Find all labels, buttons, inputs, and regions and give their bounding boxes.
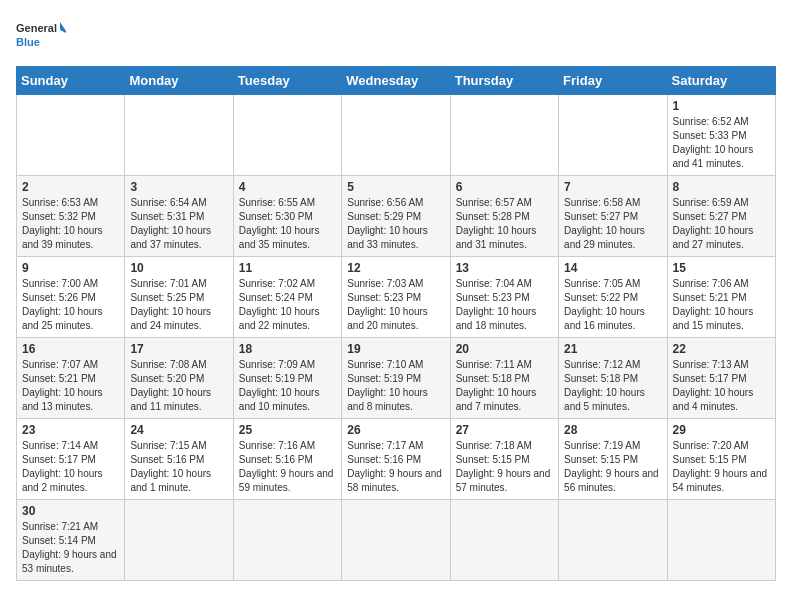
day-info: Sunrise: 6:59 AMSunset: 5:27 PMDaylight:… [673,196,770,252]
day-info: Sunrise: 6:53 AMSunset: 5:32 PMDaylight:… [22,196,119,252]
day-number: 21 [564,342,661,356]
day-info: Sunrise: 7:05 AMSunset: 5:22 PMDaylight:… [564,277,661,333]
svg-marker-2 [60,22,66,34]
calendar-cell: 15Sunrise: 7:06 AMSunset: 5:21 PMDayligh… [667,257,775,338]
day-info: Sunrise: 6:52 AMSunset: 5:33 PMDaylight:… [673,115,770,171]
day-number: 23 [22,423,119,437]
day-number: 19 [347,342,444,356]
day-number: 16 [22,342,119,356]
svg-text:General: General [16,22,57,34]
day-info: Sunrise: 7:09 AMSunset: 5:19 PMDaylight:… [239,358,336,414]
weekday-header-saturday: Saturday [667,67,775,95]
day-number: 3 [130,180,227,194]
weekday-header-friday: Friday [559,67,667,95]
calendar-cell: 13Sunrise: 7:04 AMSunset: 5:23 PMDayligh… [450,257,558,338]
calendar-cell: 11Sunrise: 7:02 AMSunset: 5:24 PMDayligh… [233,257,341,338]
calendar-cell: 28Sunrise: 7:19 AMSunset: 5:15 PMDayligh… [559,419,667,500]
day-info: Sunrise: 7:12 AMSunset: 5:18 PMDaylight:… [564,358,661,414]
calendar-cell: 26Sunrise: 7:17 AMSunset: 5:16 PMDayligh… [342,419,450,500]
calendar-cell [17,95,125,176]
day-info: Sunrise: 7:00 AMSunset: 5:26 PMDaylight:… [22,277,119,333]
day-info: Sunrise: 6:55 AMSunset: 5:30 PMDaylight:… [239,196,336,252]
day-number: 28 [564,423,661,437]
logo: General Blue [16,16,66,56]
day-info: Sunrise: 7:19 AMSunset: 5:15 PMDaylight:… [564,439,661,495]
weekday-header-monday: Monday [125,67,233,95]
calendar-cell [667,500,775,581]
calendar-cell [233,500,341,581]
calendar-cell: 27Sunrise: 7:18 AMSunset: 5:15 PMDayligh… [450,419,558,500]
calendar-cell [559,95,667,176]
day-number: 30 [22,504,119,518]
day-info: Sunrise: 7:15 AMSunset: 5:16 PMDaylight:… [130,439,227,495]
calendar-cell: 6Sunrise: 6:57 AMSunset: 5:28 PMDaylight… [450,176,558,257]
calendar-cell: 24Sunrise: 7:15 AMSunset: 5:16 PMDayligh… [125,419,233,500]
calendar-cell: 22Sunrise: 7:13 AMSunset: 5:17 PMDayligh… [667,338,775,419]
calendar-cell: 16Sunrise: 7:07 AMSunset: 5:21 PMDayligh… [17,338,125,419]
day-number: 1 [673,99,770,113]
calendar-cell: 9Sunrise: 7:00 AMSunset: 5:26 PMDaylight… [17,257,125,338]
calendar-cell: 2Sunrise: 6:53 AMSunset: 5:32 PMDaylight… [17,176,125,257]
day-info: Sunrise: 7:03 AMSunset: 5:23 PMDaylight:… [347,277,444,333]
day-number: 2 [22,180,119,194]
day-number: 12 [347,261,444,275]
calendar-cell: 1Sunrise: 6:52 AMSunset: 5:33 PMDaylight… [667,95,775,176]
weekday-header-wednesday: Wednesday [342,67,450,95]
day-number: 7 [564,180,661,194]
day-info: Sunrise: 6:54 AMSunset: 5:31 PMDaylight:… [130,196,227,252]
day-info: Sunrise: 7:01 AMSunset: 5:25 PMDaylight:… [130,277,227,333]
calendar-cell: 21Sunrise: 7:12 AMSunset: 5:18 PMDayligh… [559,338,667,419]
day-info: Sunrise: 6:56 AMSunset: 5:29 PMDaylight:… [347,196,444,252]
calendar-week-1: 1Sunrise: 6:52 AMSunset: 5:33 PMDaylight… [17,95,776,176]
day-info: Sunrise: 6:57 AMSunset: 5:28 PMDaylight:… [456,196,553,252]
day-number: 29 [673,423,770,437]
weekday-header-thursday: Thursday [450,67,558,95]
day-number: 27 [456,423,553,437]
weekday-header: SundayMondayTuesdayWednesdayThursdayFrid… [17,67,776,95]
day-info: Sunrise: 7:17 AMSunset: 5:16 PMDaylight:… [347,439,444,495]
day-number: 10 [130,261,227,275]
logo-svg: General Blue [16,16,66,56]
calendar-week-5: 23Sunrise: 7:14 AMSunset: 5:17 PMDayligh… [17,419,776,500]
day-info: Sunrise: 7:21 AMSunset: 5:14 PMDaylight:… [22,520,119,576]
calendar-cell [125,500,233,581]
calendar-cell: 4Sunrise: 6:55 AMSunset: 5:30 PMDaylight… [233,176,341,257]
calendar-week-2: 2Sunrise: 6:53 AMSunset: 5:32 PMDaylight… [17,176,776,257]
day-number: 9 [22,261,119,275]
weekday-header-tuesday: Tuesday [233,67,341,95]
calendar-table: SundayMondayTuesdayWednesdayThursdayFrid… [16,66,776,581]
calendar-cell: 18Sunrise: 7:09 AMSunset: 5:19 PMDayligh… [233,338,341,419]
calendar-cell: 12Sunrise: 7:03 AMSunset: 5:23 PMDayligh… [342,257,450,338]
calendar-cell: 17Sunrise: 7:08 AMSunset: 5:20 PMDayligh… [125,338,233,419]
calendar-cell [450,500,558,581]
day-number: 5 [347,180,444,194]
calendar-cell [125,95,233,176]
calendar-cell [342,95,450,176]
calendar-cell [450,95,558,176]
day-info: Sunrise: 7:10 AMSunset: 5:19 PMDaylight:… [347,358,444,414]
day-info: Sunrise: 7:07 AMSunset: 5:21 PMDaylight:… [22,358,119,414]
day-number: 25 [239,423,336,437]
calendar-cell: 25Sunrise: 7:16 AMSunset: 5:16 PMDayligh… [233,419,341,500]
calendar-cell: 29Sunrise: 7:20 AMSunset: 5:15 PMDayligh… [667,419,775,500]
day-number: 20 [456,342,553,356]
day-info: Sunrise: 7:08 AMSunset: 5:20 PMDaylight:… [130,358,227,414]
day-number: 26 [347,423,444,437]
calendar-cell: 7Sunrise: 6:58 AMSunset: 5:27 PMDaylight… [559,176,667,257]
day-number: 15 [673,261,770,275]
day-number: 18 [239,342,336,356]
weekday-header-sunday: Sunday [17,67,125,95]
day-info: Sunrise: 7:02 AMSunset: 5:24 PMDaylight:… [239,277,336,333]
calendar-week-6: 30Sunrise: 7:21 AMSunset: 5:14 PMDayligh… [17,500,776,581]
day-number: 22 [673,342,770,356]
calendar-cell: 10Sunrise: 7:01 AMSunset: 5:25 PMDayligh… [125,257,233,338]
day-info: Sunrise: 7:16 AMSunset: 5:16 PMDaylight:… [239,439,336,495]
calendar-cell: 30Sunrise: 7:21 AMSunset: 5:14 PMDayligh… [17,500,125,581]
calendar-cell [559,500,667,581]
day-number: 17 [130,342,227,356]
calendar-cell: 19Sunrise: 7:10 AMSunset: 5:19 PMDayligh… [342,338,450,419]
svg-text:Blue: Blue [16,36,40,48]
day-number: 13 [456,261,553,275]
day-info: Sunrise: 6:58 AMSunset: 5:27 PMDaylight:… [564,196,661,252]
calendar-cell: 3Sunrise: 6:54 AMSunset: 5:31 PMDaylight… [125,176,233,257]
